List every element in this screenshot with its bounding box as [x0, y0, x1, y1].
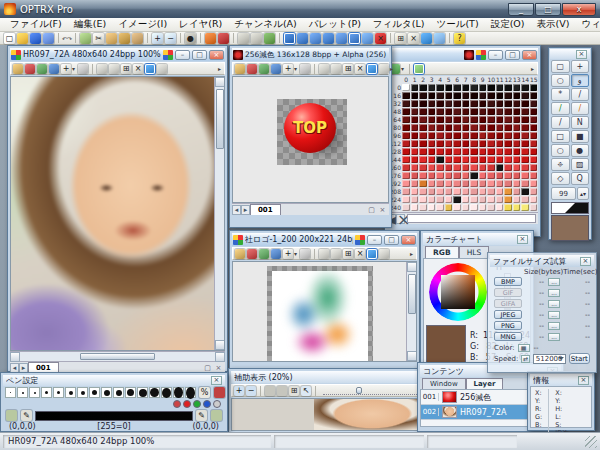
palette-window[interactable]: – □ × ▾▸ 0123456789101112131415016324864…	[384, 45, 541, 237]
pen-color-button-4[interactable]	[203, 400, 211, 408]
pen-size-button-11[interactable]	[125, 387, 136, 398]
extra-icon[interactable]	[379, 249, 389, 259]
palette-cell[interactable]	[419, 132, 427, 139]
palette-cell[interactable]	[419, 188, 427, 195]
more-tools-icon[interactable]: ▸	[390, 63, 395, 74]
copy-image-icon[interactable]	[319, 64, 329, 74]
palette-cell[interactable]	[402, 108, 410, 115]
zoom-in-icon[interactable]: +	[234, 386, 244, 396]
palette-cell[interactable]	[530, 204, 538, 211]
palette-cell[interactable]	[521, 164, 529, 171]
palette-cell[interactable]	[530, 100, 538, 107]
move-tool[interactable]: +	[571, 60, 590, 73]
palette-cell[interactable]	[402, 156, 410, 163]
palette-cell[interactable]	[496, 148, 504, 155]
palette-cell[interactable]	[496, 132, 504, 139]
current-color-swatch[interactable]	[426, 325, 466, 365]
palette-cell[interactable]	[419, 196, 427, 203]
palette-cell[interactable]	[411, 140, 419, 147]
palette-cell[interactable]	[521, 140, 529, 147]
palette-minimize-button[interactable]: –	[488, 50, 503, 60]
open-folder-icon[interactable]	[17, 33, 28, 44]
palette-cell[interactable]	[462, 140, 470, 147]
palette-cell[interactable]	[504, 140, 512, 147]
loupe-icon[interactable]: +	[283, 64, 293, 74]
palette-cell[interactable]	[436, 84, 444, 91]
pen-size-button-7[interactable]	[77, 387, 88, 398]
palette-cell[interactable]	[445, 148, 453, 155]
color-chart-titlebar[interactable]: カラーチャート ×	[423, 233, 531, 245]
palette-cell[interactable]	[419, 180, 427, 187]
grid-toggle-icon[interactable]: ⊞	[343, 249, 353, 259]
palette-cell[interactable]	[513, 204, 521, 211]
extra-icon[interactable]	[157, 64, 167, 74]
palette-cell[interactable]	[521, 156, 529, 163]
duplicate-icon[interactable]	[80, 33, 91, 44]
palette-cell[interactable]	[436, 140, 444, 147]
ball-canvas[interactable]: TOP	[232, 76, 389, 203]
palette-cell[interactable]	[496, 92, 504, 99]
pen-tip-left-icon[interactable]: ✎	[21, 410, 32, 421]
pen-color-button-2[interactable]	[183, 400, 191, 408]
palette-cell[interactable]	[453, 92, 461, 99]
extra-icon[interactable]	[379, 64, 389, 74]
palette-cell[interactable]	[470, 172, 478, 179]
palette-cell[interactable]	[496, 116, 504, 123]
palette-cell[interactable]	[402, 84, 410, 91]
more-tools-icon[interactable]: ▸	[218, 63, 223, 74]
palette-cell[interactable]	[496, 180, 504, 187]
tool-palette-close-icon[interactable]: ×	[576, 50, 587, 59]
options-button[interactable]: ...	[548, 322, 560, 330]
palette-cell[interactable]	[504, 132, 512, 139]
photo-horizontal-scrollbar[interactable]	[10, 351, 225, 361]
palette-cell[interactable]	[419, 148, 427, 155]
zoom-out-icon[interactable]: −	[246, 386, 256, 396]
palette-cell[interactable]	[411, 196, 419, 203]
pen-size-button-14[interactable]	[161, 387, 172, 398]
palette-cell[interactable]	[419, 172, 427, 179]
ellipse-fill-tool[interactable]: ●	[571, 144, 590, 157]
palette-cell[interactable]	[479, 140, 487, 147]
format-button-jpeg[interactable]: JPEG	[494, 310, 522, 319]
palette-cell[interactable]	[445, 124, 453, 131]
window-thumbs-icon[interactable]	[362, 33, 373, 44]
palette-cell[interactable]	[436, 132, 444, 139]
copy-icon[interactable]	[106, 33, 117, 44]
palette-cell[interactable]	[496, 156, 504, 163]
filesize-close-icon[interactable]: ×	[580, 257, 591, 266]
rect-select-tool[interactable]: ▢	[551, 60, 570, 73]
palette-cell[interactable]	[428, 124, 436, 131]
palette-cell[interactable]	[453, 196, 461, 203]
palette-cell[interactable]	[436, 100, 444, 107]
save-icon[interactable]	[30, 33, 41, 44]
palette-cell[interactable]	[445, 180, 453, 187]
palette-cell[interactable]	[419, 164, 427, 171]
palette-add-icon[interactable]	[414, 64, 424, 74]
pen-gradient-bar[interactable]	[35, 411, 193, 421]
palette-cell[interactable]	[428, 164, 436, 171]
start-button[interactable]: Start	[569, 353, 590, 364]
zoom-out-icon[interactable]: −	[165, 33, 176, 44]
gradient-tool[interactable]: ▨	[571, 158, 590, 171]
saturation-square[interactable]	[441, 275, 475, 309]
window-preview-icon[interactable]	[349, 33, 360, 44]
palette-cell[interactable]	[513, 132, 521, 139]
grid-icon[interactable]: ⊞	[289, 386, 299, 396]
palette-cell[interactable]	[513, 180, 521, 187]
brush-tool[interactable]: /	[571, 102, 590, 115]
format-button-mng[interactable]: MNG	[494, 332, 522, 341]
palette-cell[interactable]	[402, 132, 410, 139]
palette-cell[interactable]	[479, 164, 487, 171]
maximize-button[interactable]: □	[535, 3, 561, 16]
bucket-tool[interactable]: ◇	[551, 172, 570, 185]
foreground-color-swatch[interactable]	[551, 215, 589, 241]
pen-size-button-4[interactable]	[41, 387, 52, 398]
pen-color-button-3[interactable]	[193, 400, 201, 408]
palette-cell[interactable]	[530, 156, 538, 163]
palette-cell[interactable]	[462, 164, 470, 171]
palette-cell[interactable]	[419, 92, 427, 99]
lasso-tool[interactable]: و	[571, 74, 590, 87]
palette-cell[interactable]	[470, 204, 478, 211]
palette-cell[interactable]	[496, 108, 504, 115]
tab-next-icon[interactable]: ▸	[241, 205, 250, 215]
